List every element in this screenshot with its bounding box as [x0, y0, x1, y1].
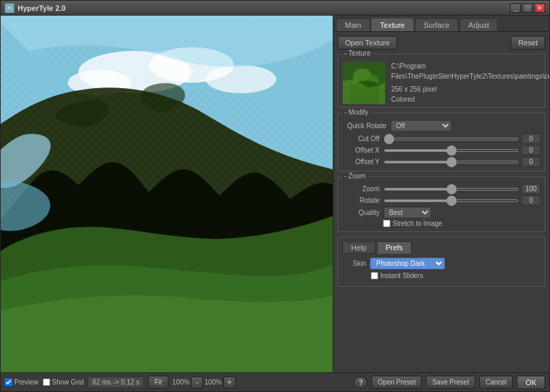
preview-checkbox[interactable] — [5, 378, 12, 386]
tab-main[interactable]: Main — [336, 18, 370, 31]
prefs-tabs: Help Prefs — [342, 241, 540, 254]
artwork-svg — [1, 16, 333, 372]
stretch-checkbox[interactable] — [383, 220, 390, 227]
zoom-percent-left: 100% — [172, 378, 190, 386]
zoom-minus-button[interactable]: - — [191, 376, 203, 389]
offset-y-value[interactable] — [521, 157, 540, 167]
cut-off-row: Cut Off — [342, 134, 540, 144]
texture-section: - Texture C:\Program — [337, 54, 545, 108]
open-texture-button[interactable]: Open Texture — [337, 36, 397, 50]
rotate-label: Rotate — [342, 197, 380, 204]
offset-x-slider[interactable] — [384, 149, 519, 152]
instant-sliders-text: Instant Sliders — [380, 272, 423, 279]
instant-sliders-label[interactable]: Instant Sliders — [371, 272, 423, 279]
zoom-slider-wrap — [384, 184, 540, 194]
skin-select[interactable]: Photoshop Dark Photoshop Light Default D… — [370, 258, 445, 269]
skin-label: Skin — [342, 260, 366, 267]
right-panel: Main Texture Surface Adjust Open Texture… — [333, 16, 549, 372]
offset-x-value[interactable] — [521, 145, 540, 155]
show-grid-check[interactable]: Show Grid — [43, 378, 84, 386]
zoom-plus-button[interactable]: + — [223, 376, 236, 389]
prefs-prefs-tab[interactable]: Prefs — [377, 241, 412, 254]
zoom-section-title: - Zoom — [342, 172, 368, 180]
tabs-bar: Main Texture Surface Adjust — [333, 16, 549, 32]
window-controls: _ □ ✕ — [510, 3, 545, 13]
cut-off-value[interactable] — [521, 134, 540, 144]
minimize-button[interactable]: _ — [510, 3, 521, 13]
app-icon: H — [5, 3, 14, 13]
panel-content: Open Texture Reset - Texture — [333, 32, 549, 372]
quality-row: Quality Best Good Fast — [342, 207, 540, 218]
quality-select[interactable]: Best Good Fast — [384, 207, 431, 218]
fit-button[interactable]: Fit — [148, 376, 168, 389]
cut-off-label: Cut Off — [342, 135, 380, 142]
ok-button[interactable]: OK — [517, 376, 545, 389]
tab-surface[interactable]: Surface — [415, 18, 458, 31]
instant-sliders-checkbox[interactable] — [371, 272, 378, 279]
titlebar: H HyperTyle 2.0 _ □ ✕ — [1, 1, 549, 16]
offset-x-row: Offset X — [342, 145, 540, 155]
zoom-slider[interactable] — [384, 188, 519, 191]
zoom-value[interactable] — [521, 184, 540, 194]
modify-section: - Modify Quick Rotate Off 90° 180° 270° … — [337, 113, 545, 172]
zoom-controls: 100% - 100% + — [172, 376, 236, 389]
offset-y-row: Offset Y — [342, 157, 540, 167]
prefs-section: Help Prefs Skin Photoshop Dark Photoshop… — [337, 237, 545, 287]
rotate-slider[interactable] — [384, 199, 519, 202]
maximize-button[interactable]: □ — [522, 3, 533, 13]
canvas-panel — [1, 16, 333, 372]
tab-texture[interactable]: Texture — [371, 18, 414, 31]
timing-box: 62 ms -> 0.12 s — [88, 376, 144, 388]
canvas-image — [1, 16, 333, 372]
skin-row: Skin Photoshop Dark Photoshop Light Defa… — [342, 258, 540, 269]
texture-details: C:\Program Files\ThePluginSite\HyperTyle… — [391, 61, 549, 104]
preview-label: Preview — [14, 378, 39, 386]
quality-label: Quality — [342, 209, 380, 216]
prefs-help-tab[interactable]: Help — [342, 241, 375, 254]
offset-y-label: Offset Y — [342, 158, 380, 165]
content-area: Main Texture Surface Adjust Open Texture… — [1, 16, 549, 372]
texture-thumbnail — [342, 61, 386, 104]
cut-off-slider-wrap — [384, 134, 540, 144]
texture-toolbar: Open Texture Reset — [337, 36, 545, 50]
help-button[interactable]: ? — [354, 376, 367, 389]
zoom-label: Zoom — [342, 185, 380, 193]
modify-section-title: - Modify — [342, 109, 371, 116]
rotate-value[interactable] — [521, 195, 540, 205]
quick-rotate-select[interactable]: Off 90° 180° 270° — [390, 120, 452, 132]
bottom-bar: Preview Show Grid 62 ms -> 0.12 s Fit 10… — [1, 372, 549, 391]
stretch-text: Stretch to Image — [392, 220, 442, 227]
rotate-row: Rotate — [342, 195, 540, 205]
texture-color: Colored — [391, 94, 549, 104]
texture-thumb-svg — [343, 62, 385, 104]
titlebar-left: H HyperTyle 2.0 — [5, 3, 66, 13]
show-grid-label: Show Grid — [52, 378, 84, 386]
texture-info: C:\Program Files\ThePluginSite\HyperTyle… — [342, 57, 540, 104]
offset-x-slider-wrap — [384, 145, 540, 155]
stretch-row: Stretch to Image — [342, 220, 540, 227]
main-window: H HyperTyle 2.0 _ □ ✕ — [0, 0, 550, 392]
reset-button[interactable]: Reset — [511, 36, 545, 50]
preview-check[interactable]: Preview — [5, 378, 39, 386]
quick-rotate-row: Quick Rotate Off 90° 180° 270° — [342, 116, 540, 132]
close-button[interactable]: ✕ — [534, 3, 545, 13]
zoom-row: Zoom — [342, 180, 540, 194]
show-grid-checkbox[interactable] — [43, 378, 50, 386]
stretch-label[interactable]: Stretch to Image — [383, 220, 442, 227]
rotate-slider-wrap — [384, 195, 540, 205]
save-preset-button[interactable]: Save Preset — [426, 376, 475, 389]
offset-x-label: Offset X — [342, 146, 380, 154]
zoom-percent-right: 100% — [204, 378, 222, 386]
offset-y-slider[interactable] — [384, 161, 519, 163]
instant-sliders-row: Instant Sliders — [342, 272, 540, 279]
quick-rotate-label: Quick Rotate — [342, 122, 386, 130]
svg-point-2 — [206, 65, 276, 94]
texture-path: C:\Program Files\ThePluginSite\HyperTyle… — [391, 61, 549, 81]
open-preset-button[interactable]: Open Preset — [371, 376, 422, 389]
tab-adjust[interactable]: Adjust — [460, 18, 498, 31]
zoom-section: - Zoom Zoom Rotate — [337, 176, 545, 232]
cut-off-slider[interactable] — [384, 138, 519, 140]
texture-dimensions: 256 x 256 pixel — [391, 84, 549, 94]
cancel-button[interactable]: Cancel — [479, 376, 513, 389]
offset-y-slider-wrap — [384, 157, 540, 167]
